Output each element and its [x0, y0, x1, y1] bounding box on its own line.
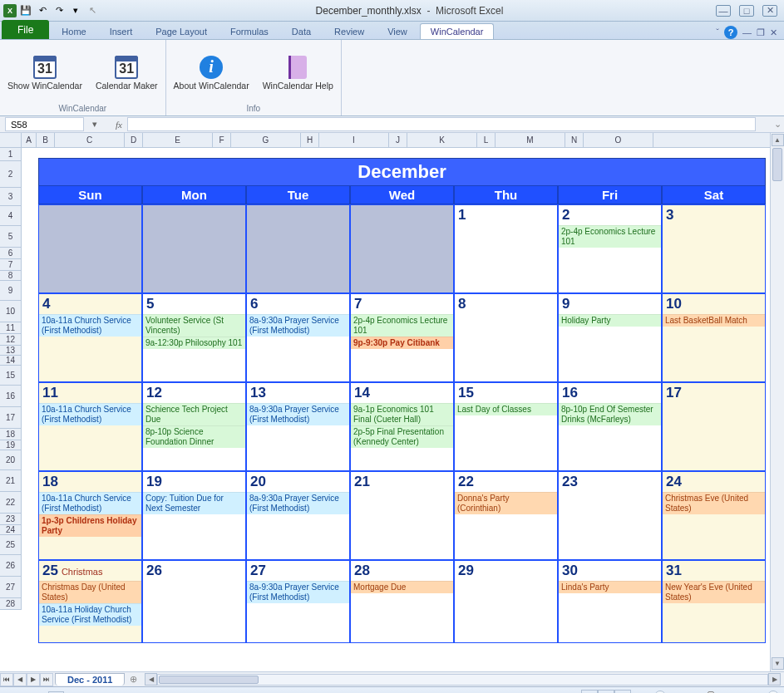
col-header-N[interactable]: N: [565, 133, 584, 147]
calendar-day-8[interactable]: 8: [454, 293, 558, 382]
row-header-25[interactable]: 25: [0, 535, 21, 555]
calendar-day-31[interactable]: 31New Year's Eve (United States): [662, 560, 766, 643]
zoom-in-button[interactable]: +: [767, 691, 779, 694]
sheet-nav-first[interactable]: ⏮: [0, 673, 13, 686]
row-header-19[interactable]: 19: [0, 440, 21, 450]
calendar-day-23[interactable]: 23: [558, 471, 662, 560]
row-header-20[interactable]: 20: [0, 450, 21, 470]
col-header-A[interactable]: A: [22, 133, 37, 147]
calendar-day-25[interactable]: 25ChristmasChristmas Day (United States)…: [38, 560, 142, 643]
row-header-24[interactable]: 24: [0, 525, 21, 535]
col-header-F[interactable]: F: [213, 133, 231, 147]
vertical-scrollbar[interactable]: ▲ ▼: [770, 133, 784, 671]
calendar-day-27[interactable]: 278a-9:30a Prayer Service (First Methodi…: [246, 560, 350, 643]
normal-view-button[interactable]: ▦: [581, 690, 598, 694]
calendar-event[interactable]: Last BasketBall Match: [663, 314, 765, 327]
calendar-day-2[interactable]: 22p-4p Economics Lecture 101: [558, 204, 662, 293]
col-header-C[interactable]: C: [55, 133, 125, 147]
row-header-2[interactable]: 2: [0, 161, 21, 188]
calendar-event[interactable]: 2p-4p Economics Lecture 101: [559, 225, 661, 248]
col-header-D[interactable]: D: [125, 133, 143, 147]
page-break-view-button[interactable]: ▭: [614, 690, 631, 694]
ribbon-tab-review[interactable]: Review: [323, 23, 375, 39]
row-header-8[interactable]: 8: [0, 271, 21, 281]
calendar-event[interactable]: Linda's Party: [559, 581, 661, 593]
hscroll-thumb[interactable]: [159, 676, 259, 684]
sheet-body[interactable]: December SunMonTueWedThuFriSat 122p-4p E…: [22, 148, 770, 671]
calendar-event[interactable]: 8a-9:30a Prayer Service (First Methodist…: [247, 314, 349, 337]
col-header-K[interactable]: K: [407, 133, 477, 147]
calendar-day-16[interactable]: 168p-10p End Of Semester Drinks (McFarle…: [558, 382, 662, 471]
row-header-22[interactable]: 22: [0, 492, 21, 514]
qat-dropdown[interactable]: ▾: [68, 3, 83, 18]
row-header-13[interactable]: 13: [0, 346, 21, 356]
calendar-event[interactable]: 10a-11a Church Service (First Methodist): [39, 492, 141, 514]
scroll-right-arrow[interactable]: ▶: [768, 673, 781, 686]
calendar-day-24[interactable]: 24Christmas Eve (United States): [662, 471, 766, 560]
col-header-E[interactable]: E: [143, 133, 213, 147]
calendar-day-14[interactable]: 149a-1p Economics 101 Final (Cueter Hall…: [350, 382, 454, 471]
row-header-28[interactable]: 28: [0, 598, 21, 610]
calendar-event[interactable]: 8a-9:30a Prayer Service (First Methodist…: [247, 403, 349, 425]
calendar-day-30[interactable]: 30Linda's Party: [558, 560, 662, 643]
scroll-down-arrow[interactable]: ▼: [772, 657, 784, 670]
calendar-event[interactable]: 9p-9:30p Pay Citibank: [351, 337, 453, 349]
calendar-day-6[interactable]: 68a-9:30a Prayer Service (First Methodis…: [246, 293, 350, 382]
row-header-18[interactable]: 18: [0, 429, 21, 440]
col-header-L[interactable]: L: [477, 133, 496, 147]
show-wincalendar-button[interactable]: 31 Show WinCalendar: [3, 52, 86, 93]
select-all-corner[interactable]: [0, 133, 22, 148]
workbook-minimize-button[interactable]: —: [742, 27, 752, 37]
ribbon-tab-view[interactable]: View: [377, 23, 418, 39]
calendar-day-17[interactable]: 17: [662, 382, 766, 471]
row-header-11[interactable]: 11: [0, 322, 21, 334]
calendar-empty-cell[interactable]: [142, 204, 246, 293]
calendar-day-22[interactable]: 22Donna's Party (Corinthian): [454, 471, 558, 560]
scroll-left-arrow[interactable]: ◀: [145, 673, 157, 686]
calendar-event[interactable]: New Year's Eve (United States): [663, 581, 765, 603]
row-header-26[interactable]: 26: [0, 555, 21, 577]
calendar-event[interactable]: Schience Tech Project Due: [143, 403, 245, 425]
col-header-H[interactable]: H: [301, 133, 319, 147]
scroll-up-arrow[interactable]: ▲: [772, 134, 784, 146]
ribbon-tab-home[interactable]: Home: [51, 23, 96, 39]
ribbon-tab-wincalendar[interactable]: WinCalendar: [420, 23, 495, 39]
calendar-day-20[interactable]: 208a-9:30a Prayer Service (First Methodi…: [246, 471, 350, 560]
row-header-15[interactable]: 15: [0, 366, 21, 386]
about-wincalendar-button[interactable]: i About WinCalendar: [170, 52, 254, 93]
row-header-3[interactable]: 3: [0, 188, 21, 206]
calendar-day-3[interactable]: 3: [662, 204, 766, 293]
calendar-day-12[interactable]: 12Schience Tech Project Due8p-10p Scienc…: [142, 382, 246, 471]
workbook-close-button[interactable]: ✕: [770, 27, 777, 38]
calendar-event[interactable]: 1p-3p Childrens Holiday Party: [39, 514, 141, 537]
calendar-event[interactable]: 10a-11a Holiday Church Service (First Me…: [39, 603, 141, 626]
redo-button[interactable]: ↷: [52, 3, 67, 18]
calendar-event[interactable]: Christmas Eve (United States): [663, 492, 765, 514]
calendar-day-5[interactable]: 5Volunteer Service (St Vincents)9a-12:30…: [142, 293, 246, 382]
calendar-day-29[interactable]: 29: [454, 560, 558, 643]
row-header-7[interactable]: 7: [0, 259, 21, 271]
calendar-day-10[interactable]: 10Last BasketBall Match: [662, 293, 766, 382]
new-sheet-button[interactable]: ⊕: [125, 674, 141, 685]
row-header-12[interactable]: 12: [0, 334, 21, 346]
row-header-17[interactable]: 17: [0, 407, 21, 429]
col-header-O[interactable]: O: [584, 133, 653, 147]
calendar-day-7[interactable]: 72p-4p Economics Lecture 1019p-9:30p Pay…: [350, 293, 454, 382]
sheet-nav-prev[interactable]: ◀: [13, 673, 27, 686]
row-header-27[interactable]: 27: [0, 577, 21, 598]
sheet-nav-last[interactable]: ⏭: [40, 673, 53, 686]
calendar-event[interactable]: 9a-1p Economics 101 Final (Cueter Hall): [351, 403, 453, 425]
col-header-G[interactable]: G: [231, 133, 301, 147]
excel-app-icon[interactable]: X: [3, 4, 17, 17]
fx-icon[interactable]: fx: [111, 120, 127, 130]
calendar-event[interactable]: 10a-11a Church Service (First Methodist): [39, 314, 141, 337]
row-header-5[interactable]: 5: [0, 226, 21, 248]
calendar-event[interactable]: Volunteer Service (St Vincents): [143, 314, 245, 337]
calendar-day-28[interactable]: 28Mortgage Due: [350, 560, 454, 643]
calendar-event[interactable]: 8a-9:30a Prayer Service (First Methodist…: [247, 492, 349, 514]
wincalendar-help-button[interactable]: WinCalendar Help: [259, 52, 338, 93]
zoom-out-button[interactable]: −: [654, 691, 666, 694]
calendar-empty-cell[interactable]: [246, 204, 350, 293]
undo-button[interactable]: ↶: [35, 3, 50, 18]
pointer-button[interactable]: ↖: [85, 3, 100, 18]
